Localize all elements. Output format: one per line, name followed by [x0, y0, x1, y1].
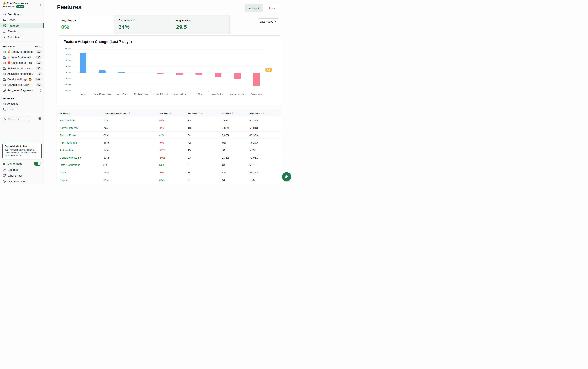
workspace-name: 💰 Paid Customers [3, 1, 28, 5]
change-cell: -1% [159, 126, 188, 130]
column-header-accounts[interactable]: ACCOUNTS [188, 112, 222, 114]
chart-bar-automation[interactable] [253, 73, 260, 86]
change-cell: -3% [159, 171, 188, 174]
sidebar-item-events[interactable]: Events [0, 29, 44, 34]
column-header-7-day-avg-adoption[interactable]: 7-DAY AVG ADOPTION [104, 112, 159, 114]
feature-link[interactable]: Forms: Portal [60, 134, 104, 137]
y-axis-tick: -20.0% [58, 83, 71, 86]
chart-plot-area: 40.0%30.0%20.0%10.0%0.0%-10.0%-20.0%-30.… [73, 49, 267, 91]
segment-item[interactable]: Activation threshold ...8 [0, 71, 44, 77]
feature-link[interactable]: Form Builder [60, 119, 104, 122]
sidebar-item-feeds[interactable]: Feeds [0, 17, 44, 23]
accounts-cell: 109 [188, 126, 222, 130]
accounts-cell: 8 [188, 163, 222, 167]
sort-arrows-icon [169, 112, 171, 114]
sidebar-item-documentation[interactable]: Documentation [0, 179, 44, 184]
avg-times-cell: 5.333 [249, 149, 281, 152]
demo-badge: Demo [16, 5, 24, 8]
table-body: Form Builder 76% -3% 93 5,611 60.333 For… [57, 117, 281, 184]
column-header-events[interactable]: EVENTS [222, 112, 249, 114]
bell-icon [3, 18, 6, 21]
stat-card-avg-events[interactable]: Avg events29.5 [172, 15, 230, 34]
avg-times-cell: 60.333 [249, 119, 281, 122]
segment-count-badge: 93 [36, 67, 42, 70]
date-range-dropdown[interactable]: Last 7 days [257, 18, 279, 25]
change-cell: -3% [159, 119, 188, 122]
segment-item[interactable]: 📈 New Feature Ad...190 [0, 55, 44, 60]
gift-icon [3, 174, 6, 177]
chart-title: Feature Adoption Change (Last 7 days) [63, 40, 132, 44]
account-user-toggle: AccountUser [245, 4, 281, 12]
demo-callout-title: Demo Mode Active [5, 145, 39, 148]
avg-times-cell: 5.375 [249, 163, 281, 167]
segment-count-badge: 59 [36, 83, 42, 87]
feature-link[interactable]: Conditional Logic [60, 156, 104, 159]
sidebar-item-users[interactable]: Users [0, 107, 44, 112]
sort-arrows-icon [232, 112, 233, 114]
table-row: Automation 17% -22% 15 80 5.333 [57, 147, 281, 154]
stat-card-avg-adoption[interactable]: Avg adoption34% [115, 15, 172, 34]
sidebar-item-accounts[interactable]: Accounts [0, 101, 44, 107]
toggle-account[interactable]: Account [245, 4, 263, 12]
chart-bar-conditional-logic[interactable] [234, 73, 241, 79]
feature-link[interactable]: Export [60, 179, 104, 181]
moneybag-emoji: 💰 [3, 1, 6, 5]
x-axis-tick [189, 91, 189, 92]
sidebar-item-activation[interactable]: Activation [0, 34, 44, 40]
adoption-cell: 74% [104, 126, 159, 130]
chart-bar-form-settings[interactable] [215, 73, 221, 77]
gridline [73, 49, 267, 49]
notification-dot [5, 174, 6, 175]
workspace-switcher[interactable]: 💰 Paid Customers SnapFormsDemo ❯ [0, 0, 44, 10]
x-axis-tick [150, 91, 151, 92]
accounts-cell: 93 [188, 119, 222, 122]
feature-link[interactable]: Data Connetions [60, 163, 104, 167]
avg-line-label: AVG [265, 68, 272, 72]
change-cell: -6% [159, 141, 188, 144]
stat-cards: Avg change0%Avg adoption34%Avg events29.… [57, 15, 281, 34]
segment-item[interactable]: Conditional Logic 🙅204 [0, 77, 44, 82]
segment-item[interactable]: 🔴 Customer at Risk12 [0, 60, 44, 66]
chart-bar-export[interactable] [80, 52, 86, 73]
table-row: Conditional Logic 33% -10% 33 2,312 70.0… [57, 154, 281, 161]
segment-item[interactable]: No Adoption: New F...59 [0, 82, 44, 88]
divider [0, 94, 44, 94]
feature-link[interactable]: PDFs [60, 171, 104, 174]
sidebar-item-settings[interactable]: Settings [0, 167, 44, 173]
gridline [73, 85, 267, 85]
demo-mode-toggle[interactable] [34, 161, 41, 166]
sidebar-item-features[interactable]: Features [0, 23, 44, 29]
x-axis-tick [170, 91, 170, 92]
sidebar-item-suggested-segments[interactable]: Suggested Segments ❯ [0, 88, 44, 93]
segment-item[interactable]: 💰 Ready to upgrade19 [0, 49, 44, 55]
feature-link[interactable]: Form Settings [60, 141, 104, 144]
adoption-cell: 15% [104, 171, 159, 174]
table-row: Forms: Portal 61% +1% 84 3,895 46.369 [57, 132, 281, 139]
chart-bar-forms-internal[interactable] [157, 73, 164, 74]
x-axis-tick [93, 91, 93, 92]
building-icon [3, 50, 6, 53]
toggle-user[interactable]: User [263, 4, 281, 12]
feature-link[interactable]: Automation [60, 149, 104, 152]
chart-bar-form-builder[interactable] [176, 73, 183, 75]
collapse-sidebar-icon[interactable] [38, 117, 41, 121]
adoption-cell: 17% [104, 149, 159, 152]
sidebar: 💰 Paid Customers SnapFormsDemo ❯ Dashboa… [0, 0, 44, 184]
add-segment-button[interactable]: + Add [35, 45, 41, 48]
adoption-cell: 76% [104, 119, 159, 122]
column-header-avg-times[interactable]: AVG TIMES [249, 112, 281, 114]
adoption-cell: 61% [104, 134, 159, 137]
chart-bar-pdfs[interactable] [195, 73, 202, 75]
segment-item[interactable]: Activation rate over ...93 [0, 66, 44, 71]
sidebar-item-what-s-new[interactable]: What's new [0, 173, 44, 179]
stat-card-avg-change[interactable]: Avg change0% [57, 15, 115, 34]
column-header-change[interactable]: CHANGE [159, 112, 188, 114]
building-icon [3, 78, 6, 81]
divider [0, 166, 44, 166]
sidebar-item-dashboard[interactable]: Dashboard [0, 11, 44, 17]
divider [0, 42, 44, 42]
search-icon [4, 118, 7, 121]
feature-link[interactable]: Forms: Internal [60, 126, 104, 130]
accoil-help-button[interactable] [282, 172, 291, 181]
accounts-cell: 84 [188, 134, 222, 137]
